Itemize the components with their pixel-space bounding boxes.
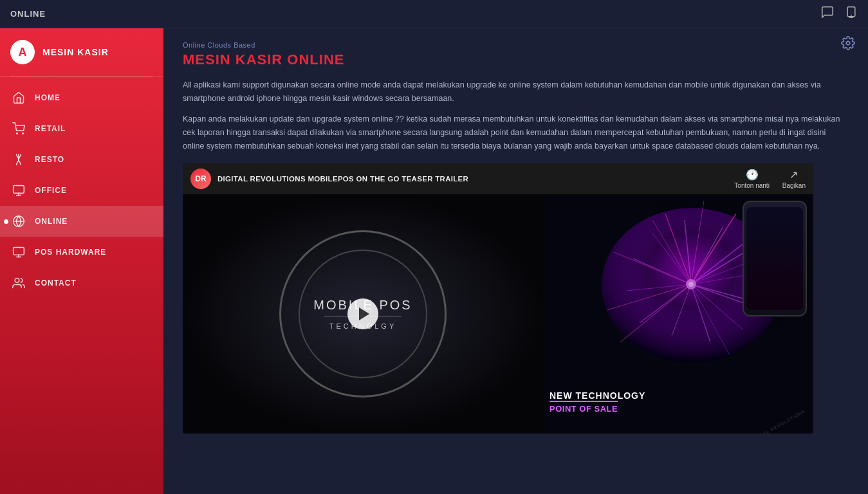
video-title: DIGITAL REVOLUTIONS MOBILEPOS ON THE GO … xyxy=(217,175,468,183)
sidebar-item-resto[interactable]: RESTO xyxy=(0,144,163,175)
home-label: HOME xyxy=(35,93,60,102)
retail-icon xyxy=(12,122,26,136)
video-left-content: MOBILE POS TECHNOLGY xyxy=(183,194,543,434)
video-text-overlay: NEW TECHNOLOGY POINT OF SALE xyxy=(549,390,807,414)
point-of-sale-label: POINT OF SALE xyxy=(549,401,618,414)
video-right-panel: NEW TECHNOLOGY POINT OF SALE DIGITAL REV… xyxy=(543,194,813,434)
sidebar-logo: A xyxy=(10,40,35,64)
topbar-icons xyxy=(820,5,858,23)
svg-point-4 xyxy=(23,133,24,134)
video-left-panel[interactable]: MOBILE POS TECHNOLGY xyxy=(183,194,543,434)
watch-later-icon: 🕐 xyxy=(746,169,759,181)
contact-icon xyxy=(12,276,26,290)
video-header: DR DIGITAL REVOLUTIONS MOBILEPOS ON THE … xyxy=(183,163,813,194)
topbar-title: ONLINE xyxy=(10,9,46,19)
retail-label: RETAIL xyxy=(35,124,66,133)
video-channel-avatar: DR xyxy=(190,169,211,189)
office-label: OFFICE xyxy=(35,186,67,195)
phone-silhouette xyxy=(743,201,807,316)
watch-later-button[interactable]: 🕐 Tonton nanti xyxy=(734,169,770,189)
pos-hardware-label: POS HARDWARE xyxy=(35,248,106,257)
new-tech-label: NEW TECHNOLOGY xyxy=(549,390,807,401)
phone-screen xyxy=(746,207,803,310)
topbar: ONLINE xyxy=(0,0,868,28)
office-icon xyxy=(12,183,26,197)
sidebar: A MESIN KASIR HOME RETAIL xyxy=(0,28,163,494)
sidebar-item-contact[interactable]: CONTACT xyxy=(0,268,163,298)
resto-label: RESTO xyxy=(35,155,64,164)
online-label: ONLINE xyxy=(35,217,68,226)
svg-point-12 xyxy=(846,41,850,45)
watch-later-label: Tonton nanti xyxy=(734,182,770,189)
home-icon xyxy=(12,91,26,105)
online-icon xyxy=(12,214,26,228)
video-container: DR DIGITAL REVOLUTIONS MOBILEPOS ON THE … xyxy=(183,163,813,434)
sidebar-nav: HOME RETAIL RESTO OFFIC xyxy=(0,77,163,494)
video-actions: 🕐 Tonton nanti ↗ Bagikan xyxy=(734,169,806,189)
share-icon: ↗ xyxy=(790,169,798,181)
sidebar-item-pos-hardware[interactable]: POS HARDWARE xyxy=(0,237,163,268)
sidebar-item-home[interactable]: HOME xyxy=(0,82,163,113)
sidebar-item-online[interactable]: ONLINE xyxy=(0,206,163,237)
contact-label: CONTACT xyxy=(35,279,77,288)
chat-icon[interactable] xyxy=(820,5,835,23)
share-label: Bagikan xyxy=(782,182,806,189)
sidebar-header: A MESIN KASIR xyxy=(0,28,163,77)
content-paragraph-1: All aplikasi kami support digunakan seca… xyxy=(183,78,849,106)
active-indicator xyxy=(4,219,8,224)
pos-hardware-icon xyxy=(12,245,26,259)
sidebar-item-retail[interactable]: RETAIL xyxy=(0,113,163,144)
content-area: Online Clouds Based MESIN KASIR ONLINE A… xyxy=(163,28,868,494)
svg-point-11 xyxy=(15,279,19,283)
sidebar-app-name: MESIN KASIR xyxy=(42,47,109,57)
svg-rect-5 xyxy=(14,186,24,194)
notification-icon[interactable] xyxy=(845,5,858,23)
settings-button[interactable] xyxy=(841,36,855,53)
svg-point-40 xyxy=(688,282,694,287)
video-body: MOBILE POS TECHNOLGY xyxy=(183,194,813,434)
sidebar-item-office[interactable]: OFFICE xyxy=(0,175,163,206)
svg-point-3 xyxy=(17,133,18,134)
content-paragraph-2: Kapan anda melakukan update dan upgrade … xyxy=(183,113,849,154)
play-button[interactable] xyxy=(347,298,378,329)
resto-icon xyxy=(12,152,26,167)
share-button[interactable]: ↗ Bagikan xyxy=(782,169,806,189)
svg-rect-10 xyxy=(14,248,24,255)
content-subtitle: Online Clouds Based xyxy=(183,41,849,49)
content-title: MESIN KASIR ONLINE xyxy=(183,51,849,68)
main-layout: A MESIN KASIR HOME RETAIL xyxy=(0,28,868,494)
